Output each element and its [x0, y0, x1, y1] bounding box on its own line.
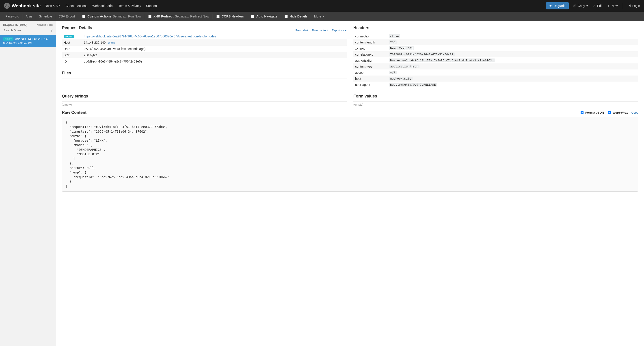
nav-custom-actions[interactable]: Custom Actions [66, 4, 87, 8]
xhr-redirect-checkbox[interactable] [148, 15, 152, 18]
header-value-cell: ReactorNetty/0.9.7.RELEASE [387, 82, 638, 88]
custom-actions-checkbox[interactable] [82, 15, 85, 18]
header-value-cell: application/json [387, 64, 638, 70]
header-key: user-agent [353, 82, 387, 88]
header-row: x-hip-idDemo_Test_001 [353, 45, 638, 51]
request-hash: #dd6d9 [15, 37, 26, 41]
copy-menu[interactable]: Copy [573, 4, 588, 8]
copy-raw-link[interactable]: Copy [632, 111, 638, 114]
request-ip: 14.143.232.140 [28, 37, 49, 41]
header-value[interactable]: application/json [389, 64, 420, 68]
nav-webhookscript[interactable]: WebhookScript [92, 4, 114, 8]
headers-title: Headers [353, 26, 369, 30]
whois-link[interactable]: whois [108, 41, 115, 44]
export-as-menu[interactable]: Export as [332, 29, 347, 32]
nav-terms[interactable]: Terms & Privacy [118, 4, 141, 8]
new-link[interactable]: ＋ New [607, 4, 618, 8]
headers-header: Headers [353, 24, 638, 33]
custom-actions-run[interactable]: Run Now [128, 14, 141, 18]
size-label: Size [62, 52, 82, 58]
brand-text: Webhook.site [12, 3, 41, 8]
nav-support[interactable]: Support [146, 4, 157, 8]
sort-toggle[interactable]: Newest First [37, 23, 53, 26]
auto-nav-label: Auto Navigate [256, 14, 277, 18]
tb-auto-nav: Auto Navigate [247, 12, 280, 21]
word-wrap-toggle[interactable]: Word-Wrap [607, 110, 628, 115]
tb-xhr-group: XHR Redirect Settings... Redirect Now [144, 12, 212, 21]
id-value: dd6d9ec4-16e3-4884-a8c7-f79642c59e6e [82, 58, 347, 64]
svg-point-0 [6, 4, 8, 6]
header-value[interactable]: 230 [389, 40, 396, 44]
files-title: Files [62, 71, 71, 76]
form-header: Form values [353, 92, 638, 102]
files-header: Files [62, 70, 347, 78]
auto-nav-checkbox[interactable] [251, 15, 254, 18]
raw-body[interactable]: { "requestId": "c97f55b4-8f18-4f51-bb14-… [62, 117, 638, 192]
header-row: connectionclose [353, 33, 638, 39]
cors-checkbox[interactable] [216, 15, 220, 18]
raw-title: Raw Content [62, 110, 86, 115]
login-link[interactable]: Login [628, 4, 640, 8]
sidebar: REQUESTS (1/500) Newest First ? POST #dd… [0, 21, 56, 346]
edit-link[interactable]: Edit [593, 4, 602, 8]
header-value[interactable]: Bearer eyJhbGciOiJSUzI1NiIsInR5cCIgOiAiS… [389, 58, 495, 62]
detail-row-size: Size 230 bytes [62, 52, 347, 58]
upgrade-label: Upgrade [554, 4, 566, 8]
header-row: authorizationBearer eyJhbGciOiJSUzI1NiIs… [353, 57, 638, 64]
header-row: user-agentReactorNetty/0.9.7.RELEASE [353, 82, 638, 88]
form-empty: (empty) [353, 103, 638, 106]
format-json-checkbox[interactable] [580, 111, 584, 114]
custom-actions-label: Custom Actions [88, 14, 111, 18]
tb-csv-export[interactable]: CSV Export [55, 12, 78, 21]
header-value[interactable]: close [389, 34, 400, 38]
header-value-cell: Bearer eyJhbGciOiJSUzI1NiIsInR5cCIgOiAiS… [387, 57, 638, 64]
nav-docs[interactable]: Docs & API [45, 4, 61, 8]
detail-row-url: POST https://webhook.site/6ea28791-96fd-… [62, 33, 347, 40]
query-title: Query strings [62, 94, 88, 98]
detail-row-date: Date 05/14/2022 4:36:49 PM (a few second… [62, 46, 347, 52]
detail-row-id: ID dd6d9ec4-16e3-4884-a8c7-f79642c59e6e [62, 58, 347, 64]
word-wrap-checkbox[interactable] [608, 111, 611, 114]
nav-left: Docs & API Custom Actions WebhookScript … [45, 4, 157, 8]
tb-alias[interactable]: Alias [22, 12, 36, 21]
upgrade-button[interactable]: ★ Upgrade [546, 2, 569, 10]
help-icon[interactable]: ? [50, 28, 53, 32]
content: Request Details Permalink Raw content Ex… [56, 21, 644, 346]
permalink-link[interactable]: Permalink [295, 29, 308, 32]
details-title: Request Details [62, 26, 92, 30]
request-url[interactable]: https://webhook.site/6ea28791-96fd-4c60-… [84, 34, 216, 38]
tb-hide-details: Hide Details [280, 12, 311, 21]
header-value[interactable]: */* [389, 70, 396, 74]
tb-more[interactable]: More [311, 12, 328, 21]
header-value[interactable]: 767386fb-0211-4320-96a2-670a52e00c82 [389, 52, 455, 56]
sidebar-search: ? [0, 28, 56, 35]
header-key: connection [353, 33, 387, 39]
caret-down-icon [586, 6, 588, 6]
login-label: Login [632, 4, 640, 8]
format-json-toggle[interactable]: Format JSON [580, 110, 604, 115]
custom-actions-settings[interactable]: Settings... [113, 14, 126, 18]
hide-details-checkbox[interactable] [284, 15, 288, 18]
id-label: ID [62, 58, 82, 64]
tb-password[interactable]: Password [2, 12, 22, 21]
tb-schedule[interactable]: Schedule [36, 12, 55, 21]
sidebar-header: REQUESTS (1/500) Newest First [0, 21, 56, 28]
main: REQUESTS (1/500) Newest First ? POST #dd… [0, 21, 644, 346]
xhr-redirect-now[interactable]: Redirect Now [190, 14, 209, 18]
request-list-item[interactable]: POST #dd6d9 14.143.232.140 05/14/2022 4:… [0, 35, 56, 47]
raw-content-link[interactable]: Raw content [312, 29, 328, 32]
header-value[interactable]: webhook.site [389, 77, 412, 80]
query-empty: (empty) [62, 103, 347, 106]
brand[interactable]: Webhook.site [4, 3, 41, 9]
xhr-settings[interactable]: Settings... [175, 14, 189, 18]
header-key: host [353, 76, 387, 82]
details-header: Request Details Permalink Raw content Ex… [62, 24, 347, 33]
raw-options: Format JSON Word-Wrap Copy [580, 110, 638, 115]
navbar: Webhook.site Docs & API Custom Actions W… [0, 0, 644, 12]
nav-divider [623, 3, 623, 9]
header-value[interactable]: ReactorNetty/0.9.7.RELEASE [389, 83, 437, 86]
host-label: Host [62, 40, 82, 46]
search-input[interactable] [3, 28, 49, 33]
header-row: accept*/* [353, 70, 638, 76]
header-value[interactable]: Demo_Test_001 [389, 46, 414, 50]
